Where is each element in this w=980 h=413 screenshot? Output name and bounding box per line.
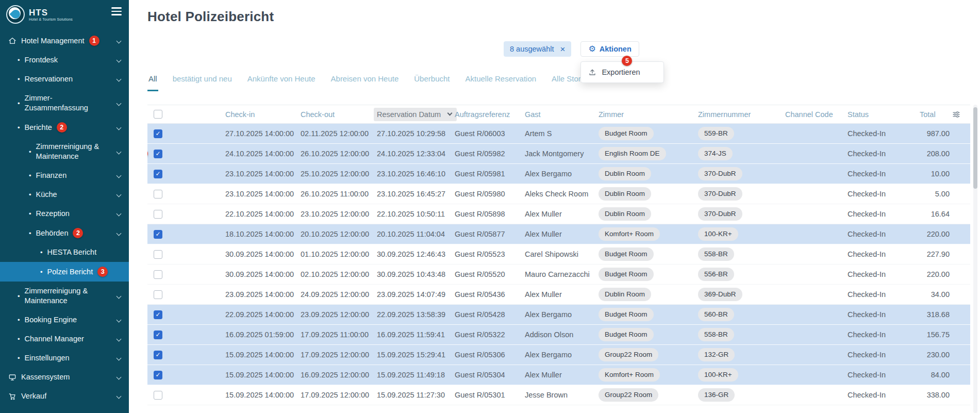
column-reservation-datum[interactable]: Reservation Datum	[377, 105, 455, 124]
table-row[interactable]: 22.10.2025 14:00:0023.10.2025 12:00:0022…	[147, 204, 970, 224]
row-checkbox[interactable]	[154, 250, 162, 259]
gast-cell: Addison Olson	[525, 325, 599, 345]
column-total[interactable]: Total	[920, 105, 952, 124]
table-row[interactable]: 30.09.2025 14:00:0001.10.2025 12:00:0030…	[147, 244, 970, 265]
sidebar-item-zimmer-zusammenfassung[interactable]: •Zimmer-Zusammenfassung	[0, 89, 129, 118]
sidebar-item-label: Booking Engine	[25, 315, 77, 325]
table-row[interactable]: ✓18.10.2025 14:00:0020.10.2025 12:00:002…	[147, 224, 970, 244]
clear-selection-icon[interactable]: ×	[560, 45, 565, 54]
sidebar-item-k-che[interactable]: •Küche	[0, 185, 129, 204]
sidebar-item-finanzen[interactable]: •Finanzen	[0, 166, 129, 185]
sidebar-item-rezeption[interactable]: •Rezeption	[0, 204, 129, 223]
row-checkbox[interactable]: ✓	[154, 170, 162, 178]
total-cell: 220.00	[920, 265, 952, 285]
app-logo[interactable]: HTS Hotel & Tourism Solutions	[6, 5, 73, 24]
sidebar-item-verkauf[interactable]: Verkauf	[0, 387, 129, 406]
row-checkbox[interactable]	[154, 190, 162, 199]
sidebar-item-label: Finanzen	[36, 171, 67, 180]
actions-button[interactable]: ⚙ Aktionen	[580, 41, 639, 57]
sidebar-item-kassensystem[interactable]: Kassensystem	[0, 368, 129, 387]
tab-berbucht[interactable]: Überbucht	[413, 69, 451, 91]
column-check-out[interactable]: Check-out	[301, 105, 377, 124]
zimmernummer-cell: 559-BR	[698, 124, 785, 144]
table-row[interactable]: ✓27.10.2025 14:00:0002.11.2025 12:00:002…	[147, 124, 970, 144]
row-checkbox[interactable]: ✓	[154, 230, 162, 239]
check-in-cell: 16.09.2025 01:59:00	[225, 325, 301, 345]
scrollbar-thumb[interactable]	[973, 107, 977, 189]
zimmer-cell: Dublin Room	[599, 164, 698, 184]
hamburger-menu-icon[interactable]	[111, 5, 122, 18]
row-checkbox[interactable]: ✓	[154, 310, 162, 319]
chevron-down-icon	[117, 101, 122, 106]
table-row[interactable]: 15.09.2025 14:00:0017.09.2025 12:00:0015…	[147, 385, 970, 405]
reservation-datum-cell: 22.10.2025 10:50:11	[377, 204, 455, 224]
table-row[interactable]: ✓15.09.2025 14:00:0016.09.2025 12:00:001…	[147, 365, 970, 385]
sidebar-item-hesta-bericht[interactable]: •HESTA Bericht	[0, 243, 129, 262]
auftragsreferenz-cell: Guest R/05436	[455, 285, 525, 305]
sidebar-item-booking-engine[interactable]: •Booking Engine	[0, 310, 129, 329]
reservation-datum-cell: 15.09.2025 15:29:41	[377, 345, 455, 365]
table-row[interactable]: ✓16.09.2025 01:59:0017.09.2025 11:00:001…	[147, 325, 970, 345]
actions-button-label: Aktionen	[600, 45, 632, 53]
annotation-badge-4: 4	[147, 148, 148, 159]
sidebar-item-zimmerreinigung-maintenance[interactable]: •Zimmerreinigung & Maintenance	[0, 137, 129, 166]
sidebar-item-label: Frontdesk	[25, 55, 58, 65]
sidebar-item-hotel-management[interactable]: Hotel Management1	[0, 31, 129, 51]
table-row[interactable]: 4✓24.10.2025 14:00:0026.10.2025 12:00:00…	[147, 144, 970, 164]
column-channel-code[interactable]: Channel Code	[785, 105, 848, 124]
table-row[interactable]: 23.10.2025 14:00:0026.10.2025 11:00:0023…	[147, 184, 970, 204]
sidebar: HTS Hotel & Tourism Solutions Hotel Mana…	[0, 0, 129, 413]
row-checkbox[interactable]	[154, 391, 162, 400]
export-menu-item[interactable]: Exportieren	[581, 62, 663, 82]
column-settings[interactable]	[952, 105, 970, 124]
column-status[interactable]: Status	[848, 105, 920, 124]
tab-ank-nfte-von-heute[interactable]: Ankünfte von Heute	[246, 69, 317, 91]
column-zimmernummer[interactable]: Zimmernummer	[698, 105, 785, 124]
table-row[interactable]: ✓15.09.2025 14:00:0017.09.2025 12:00:001…	[147, 345, 970, 365]
row-checkbox[interactable]: ✓	[154, 351, 162, 359]
sidebar-item-label: HESTA Bericht	[47, 247, 97, 257]
row-checkbox[interactable]: ✓	[154, 129, 162, 138]
row-checkbox[interactable]	[154, 290, 162, 299]
zimmernummer-pill: 100-KR+	[698, 368, 738, 382]
row-checkbox[interactable]: ✓	[154, 150, 162, 158]
row-checkbox[interactable]	[154, 210, 162, 219]
status-cell: Checked-In	[848, 345, 920, 365]
sidebar-item-channel-manager[interactable]: •Channel Manager	[0, 329, 129, 349]
tab-best-tigt-und-neu[interactable]: bestätigt und neu	[172, 69, 233, 91]
column-auftragsreferenz[interactable]: Auftragsreferenz	[455, 105, 525, 124]
select-cell	[147, 285, 225, 305]
table-row[interactable]: ✓22.09.2025 14:00:0023.09.2025 12:00:002…	[147, 305, 970, 325]
zimmer-pill: Budget Room	[599, 268, 654, 281]
sidebar-header: HTS Hotel & Tourism Solutions	[0, 0, 129, 31]
scrollbar-track[interactable]	[973, 105, 977, 413]
table-row[interactable]: 23.09.2025 14:00:0024.09.2025 12:00:0023…	[147, 285, 970, 305]
sidebar-item-frontdesk[interactable]: •Frontdesk	[0, 51, 129, 70]
column-gast[interactable]: Gast	[525, 105, 599, 124]
sidebar-item-label: Berichte	[25, 123, 52, 133]
row-checkbox[interactable]: ✓	[154, 371, 162, 379]
sidebar-item-polzei-bericht[interactable]: •Polzei Bericht3	[0, 262, 129, 282]
sidebar-item-zimmerreinigung-maintenance[interactable]: •Zimmerreinigung & Maintenance	[0, 282, 129, 310]
column-check-in[interactable]: Check-in	[225, 105, 301, 124]
bullet-icon: •	[29, 209, 31, 219]
row-checkbox[interactable]	[154, 270, 162, 279]
zimmer-pill: Budget Room	[599, 247, 654, 261]
check-in-cell: 22.10.2025 14:00:00	[225, 204, 301, 224]
tab-all[interactable]: All	[147, 69, 158, 91]
sidebar-item-berichte[interactable]: •Berichte2	[0, 118, 129, 137]
row-checkbox[interactable]: ✓	[154, 331, 162, 339]
tab-aktuelle-reservation[interactable]: Aktuelle Reservation	[464, 69, 538, 91]
column-zimmer[interactable]: Zimmer	[599, 105, 698, 124]
channel-code-cell	[785, 204, 848, 224]
tab-abreisen-von-heute[interactable]: Abreisen von Heute	[330, 69, 400, 91]
total-cell: 227.90	[920, 244, 952, 265]
channel-code-cell	[785, 325, 848, 345]
table-row[interactable]: 30.09.2025 14:00:0002.10.2025 12:00:0030…	[147, 265, 970, 285]
table-row[interactable]: ✓23.10.2025 14:00:0025.10.2025 12:00:002…	[147, 164, 970, 184]
sidebar-item-reservationen[interactable]: •Reservationen	[0, 70, 129, 89]
sidebar-item-beh-rden[interactable]: •Behörden2	[0, 223, 129, 243]
select-all-checkbox[interactable]	[154, 110, 162, 119]
sidebar-item-einstellungen[interactable]: •Einstellungen	[0, 349, 129, 368]
chevron-down-icon	[117, 318, 122, 323]
